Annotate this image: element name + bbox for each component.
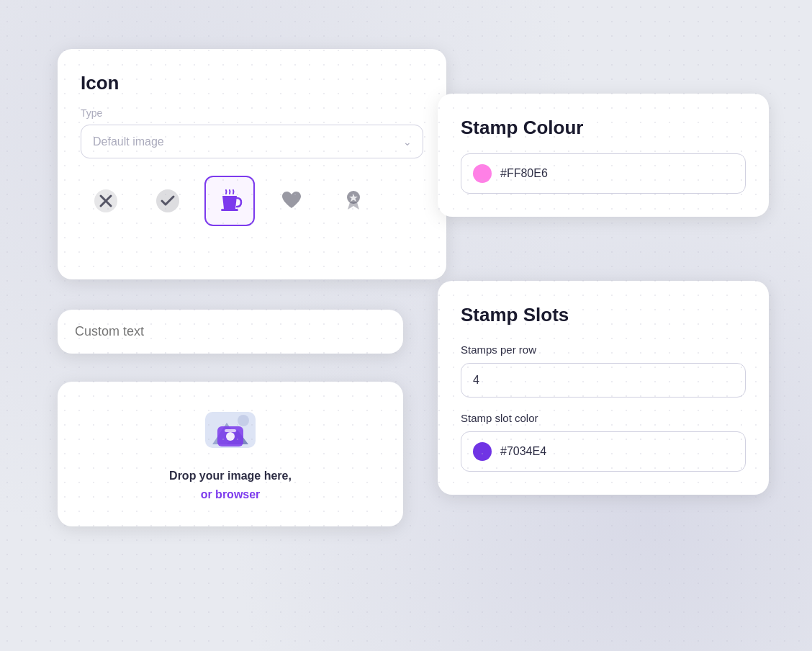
image-drop-card: Drop your image here, or browser [58, 382, 403, 526]
custom-text-input[interactable] [75, 324, 386, 339]
close-icon-button[interactable] [81, 176, 131, 226]
heart-icon-button[interactable] [266, 176, 317, 226]
type-select-wrapper: Default image ⌄ [81, 125, 423, 158]
award-icon-button[interactable] [328, 176, 379, 226]
drop-text: Drop your image here, or browser [75, 467, 386, 503]
svg-rect-4 [221, 209, 238, 211]
coffee-icon-button[interactable] [204, 176, 255, 226]
stamp-slot-color-input-row [461, 431, 746, 472]
stamp-slots-title: Stamp Slots [461, 304, 746, 326]
stamp-colour-title: Stamp Colour [461, 117, 746, 139]
icon-card-title: Icon [81, 72, 423, 94]
stamp-slot-color-hex-input[interactable] [500, 445, 734, 458]
stamp-colour-hex-input[interactable] [500, 167, 734, 180]
type-select[interactable]: Default image [81, 125, 423, 158]
check-icon-button[interactable] [143, 176, 193, 226]
stamps-per-row-label: Stamps per row [461, 344, 746, 356]
drop-icon-area [75, 405, 386, 455]
stamp-slot-color-dot[interactable] [473, 442, 492, 461]
stamps-per-row-input[interactable] [461, 363, 746, 398]
stamp-slots-card: Stamp Slots Stamps per row Stamp slot co… [438, 281, 769, 495]
stamp-colour-input-row [461, 153, 746, 194]
svg-point-10 [238, 415, 249, 426]
icon-card: Icon Type Default image ⌄ [58, 49, 446, 279]
svg-point-12 [226, 432, 235, 441]
stamp-colour-card: Stamp Colour [438, 94, 769, 217]
type-label: Type [81, 107, 423, 119]
svg-rect-13 [225, 429, 236, 432]
stamp-colour-dot[interactable] [473, 164, 492, 183]
custom-text-card [58, 310, 403, 354]
icon-row [81, 176, 423, 226]
image-drop-icon [202, 405, 259, 455]
browse-link[interactable]: or browser [201, 488, 261, 500]
stamp-slot-color-label: Stamp slot color [461, 412, 746, 424]
